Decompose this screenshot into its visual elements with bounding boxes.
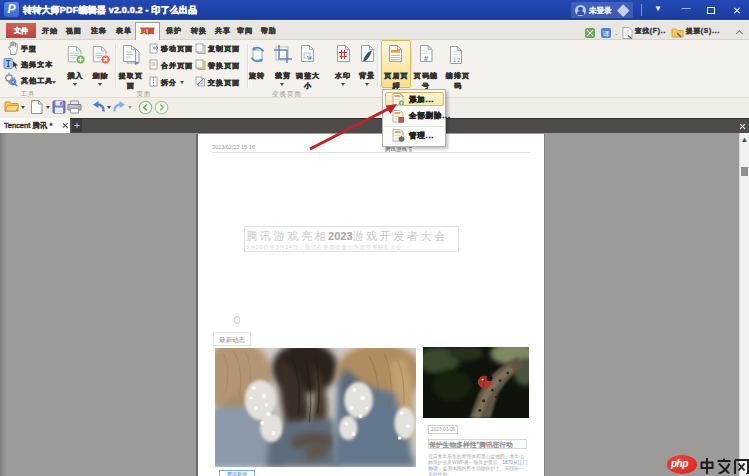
svg-text:译: 译 <box>603 30 610 37</box>
svg-text:#: # <box>424 54 429 63</box>
svg-text:Q: Q <box>11 79 16 85</box>
svg-text:1 2: 1 2 <box>453 57 460 63</box>
